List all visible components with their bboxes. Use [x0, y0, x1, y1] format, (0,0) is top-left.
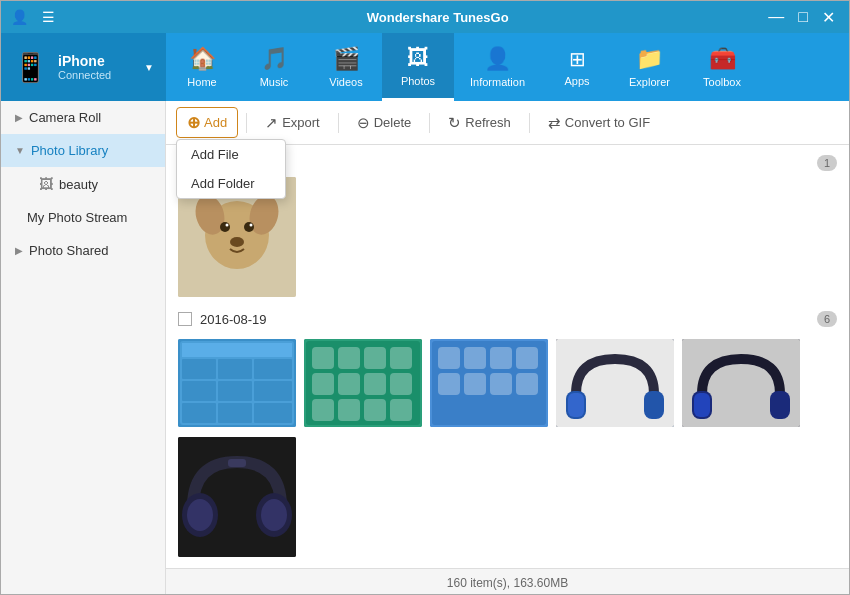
export-button[interactable]: ↗ Export	[255, 109, 330, 137]
svg-rect-16	[182, 381, 216, 401]
svg-point-4	[220, 222, 230, 232]
photo-thumb-headphones1[interactable]	[556, 339, 674, 427]
svg-rect-25	[338, 347, 360, 369]
svg-rect-35	[390, 399, 412, 421]
sidebar-item-beauty[interactable]: 🖼 beauty	[1, 167, 165, 201]
refresh-button[interactable]: ↻ Refresh	[438, 109, 521, 137]
toolbox-icon: 🧰	[709, 46, 736, 72]
photo-thumb-headphones3[interactable]	[178, 437, 296, 557]
add-button[interactable]: ⊕ Add	[176, 107, 238, 138]
divider-4	[529, 113, 530, 133]
svg-rect-19	[182, 403, 216, 423]
svg-rect-52	[770, 391, 790, 419]
refresh-icon: ↻	[448, 114, 461, 132]
nav-label-home: Home	[187, 76, 216, 88]
nav-item-videos[interactable]: 🎬 Videos	[310, 33, 382, 101]
nav-item-toolbox[interactable]: 🧰 Toolbox	[686, 33, 758, 101]
nav-label-apps: Apps	[564, 75, 589, 87]
photo-library-arrow: ▼	[15, 145, 25, 156]
svg-rect-12	[182, 343, 292, 357]
sidebar-label-photo-library: Photo Library	[31, 143, 108, 158]
svg-rect-40	[490, 347, 512, 369]
nav-item-music[interactable]: 🎵 Music	[238, 33, 310, 101]
nav-item-photos[interactable]: 🖼 Photos	[382, 33, 454, 101]
svg-point-6	[226, 224, 229, 227]
add-label: Add	[204, 115, 227, 130]
app-title: Wondershare TunesGo	[111, 10, 764, 25]
status-text: 160 item(s), 163.60MB	[447, 576, 568, 590]
device-status: Connected	[58, 69, 134, 81]
svg-point-58	[261, 499, 287, 531]
nav-item-home[interactable]: 🏠 Home	[166, 33, 238, 101]
sidebar-label-my-photo-stream: My Photo Stream	[27, 210, 127, 225]
svg-rect-59	[228, 459, 246, 467]
camera-roll-arrow: ▶	[15, 112, 23, 123]
nav-item-explorer[interactable]: 📁 Explorer	[613, 33, 686, 101]
svg-rect-32	[312, 399, 334, 421]
svg-rect-48	[644, 391, 664, 419]
count-badge-6: 6	[817, 311, 837, 327]
convert-gif-button[interactable]: ⇄ Convert to GIF	[538, 109, 660, 137]
svg-rect-38	[438, 347, 460, 369]
photo-thumb-headphones2[interactable]	[682, 339, 800, 427]
explorer-icon: 📁	[636, 46, 663, 72]
nav-label-explorer: Explorer	[629, 76, 670, 88]
count-badge-1: 1	[817, 155, 837, 171]
sidebar-item-camera-roll[interactable]: ▶ Camera Roll	[1, 101, 165, 134]
sidebar-label-photo-shared: Photo Shared	[29, 243, 109, 258]
svg-rect-39	[464, 347, 486, 369]
delete-button[interactable]: ⊖ Delete	[347, 109, 422, 137]
svg-rect-21	[254, 403, 292, 423]
nav-label-music: Music	[260, 76, 289, 88]
nav-label-photos: Photos	[401, 75, 435, 87]
nav-bar: 📱 iPhone Connected ▼ 🏠 Home 🎵 Music 🎬 Vi…	[1, 33, 849, 101]
date-checkbox[interactable]	[178, 312, 192, 326]
device-dropdown-arrow[interactable]: ▼	[144, 62, 154, 73]
delete-icon: ⊖	[357, 114, 370, 132]
content-area: ⊕ Add ↗ Export ⊖ Delete ↻ Refresh ⇄ Conv…	[166, 101, 849, 595]
device-section[interactable]: 📱 iPhone Connected ▼	[1, 33, 166, 101]
svg-rect-41	[516, 347, 538, 369]
user-icon[interactable]: 👤	[11, 9, 28, 25]
sidebar-item-photo-shared[interactable]: ▶ Photo Shared	[1, 234, 165, 267]
photo-thumb-screen3[interactable]	[430, 339, 548, 427]
svg-point-7	[250, 224, 253, 227]
svg-rect-20	[218, 403, 252, 423]
nav-item-information[interactable]: 👤 Information	[454, 33, 541, 101]
svg-rect-29	[338, 373, 360, 395]
device-name: iPhone	[58, 53, 134, 69]
photo-row-extra	[178, 437, 837, 557]
svg-rect-34	[364, 399, 386, 421]
svg-rect-28	[312, 373, 334, 395]
photo-thumb-screen1[interactable]	[178, 339, 296, 427]
sidebar-item-photo-library[interactable]: ▼ Photo Library	[1, 134, 165, 167]
maximize-icon[interactable]: □	[794, 6, 812, 28]
menu-icon[interactable]: ☰	[42, 9, 55, 25]
divider-2	[338, 113, 339, 133]
sidebar-item-my-photo-stream[interactable]: My Photo Stream	[1, 201, 165, 234]
svg-point-8	[230, 237, 244, 247]
photo-thumb-screen2[interactable]	[304, 339, 422, 427]
sidebar-label-beauty: beauty	[59, 177, 98, 192]
close-icon[interactable]: ✕	[818, 6, 839, 29]
minimize-icon[interactable]: —	[764, 6, 788, 28]
nav-label-toolbox: Toolbox	[703, 76, 741, 88]
add-folder-item[interactable]: Add Folder	[177, 169, 285, 198]
svg-rect-53	[694, 393, 710, 417]
toolbar: ⊕ Add ↗ Export ⊖ Delete ↻ Refresh ⇄ Conv…	[166, 101, 849, 145]
nav-items: 🏠 Home 🎵 Music 🎬 Videos 🖼 Photos 👤 Infor…	[166, 33, 849, 101]
svg-rect-24	[312, 347, 334, 369]
music-icon: 🎵	[261, 46, 288, 72]
svg-rect-14	[218, 359, 252, 379]
add-file-item[interactable]: Add File	[177, 140, 285, 169]
svg-rect-17	[218, 381, 252, 401]
home-icon: 🏠	[189, 46, 216, 72]
add-folder-label: Add Folder	[191, 176, 255, 191]
nav-item-apps[interactable]: ⊞ Apps	[541, 33, 613, 101]
convert-icon: ⇄	[548, 114, 561, 132]
svg-rect-18	[254, 381, 292, 401]
device-icon: 📱	[13, 51, 48, 84]
svg-rect-44	[490, 373, 512, 395]
svg-rect-31	[390, 373, 412, 395]
svg-point-5	[244, 222, 254, 232]
